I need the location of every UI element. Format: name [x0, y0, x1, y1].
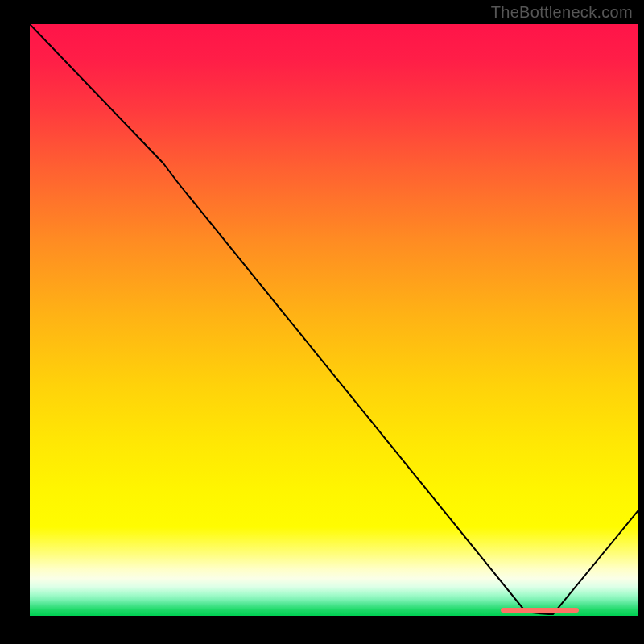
attribution-text: TheBottleneck.com: [491, 3, 633, 22]
chart-curve: [30, 24, 638, 614]
chart-svg: [30, 24, 638, 616]
chart-frame: TheBottleneck.com: [0, 0, 644, 644]
chart-plot-area: [30, 24, 638, 616]
chart-marker-segment: [501, 608, 579, 613]
